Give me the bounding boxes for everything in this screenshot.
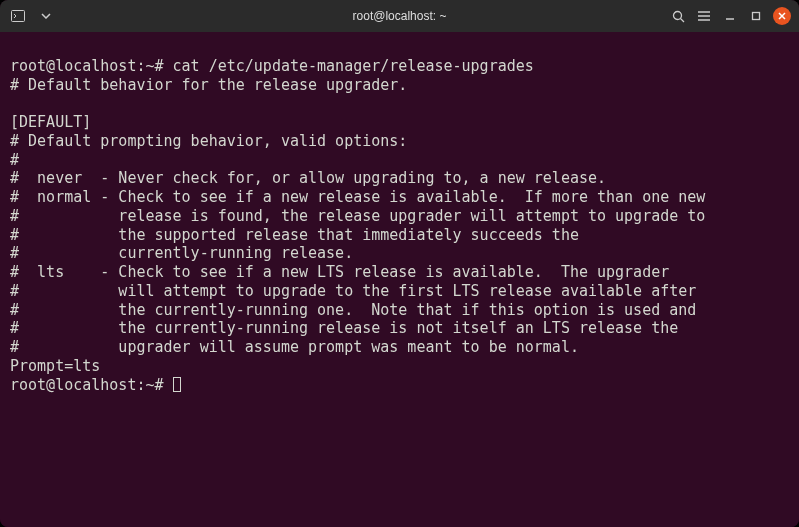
output-line: # Default prompting behavior, valid opti… xyxy=(10,132,407,150)
output-line: # will attempt to upgrade to the first L… xyxy=(10,282,696,300)
terminal-window: root@localhost: ~ root@localhost:~# cat … xyxy=(0,0,799,527)
output-line: # Default behavior for the release upgra… xyxy=(10,76,407,94)
new-tab-button[interactable] xyxy=(8,6,28,26)
output-line: # the currently-running release is not i… xyxy=(10,319,678,337)
svg-point-1 xyxy=(673,11,681,19)
maximize-button[interactable] xyxy=(747,7,765,25)
terminal-body[interactable]: root@localhost:~# cat /etc/update-manage… xyxy=(0,32,799,527)
output-line: # xyxy=(10,151,19,169)
close-icon xyxy=(778,12,786,20)
window-title: root@localhost: ~ xyxy=(353,9,447,23)
close-button[interactable] xyxy=(773,7,791,25)
output-line: # never - Never check for, or allow upgr… xyxy=(10,169,606,187)
cursor xyxy=(173,377,181,392)
output-line: [DEFAULT] xyxy=(10,113,91,131)
search-button[interactable] xyxy=(669,7,687,25)
output-line: # currently-running release. xyxy=(10,244,353,262)
titlebar-right-controls xyxy=(669,7,791,25)
chevron-down-icon xyxy=(41,13,51,19)
terminal-icon xyxy=(11,10,25,22)
svg-line-2 xyxy=(680,18,684,22)
maximize-icon xyxy=(751,11,761,21)
output-line: # normal - Check to see if a new release… xyxy=(10,188,705,206)
shell-prompt: root@localhost:~# xyxy=(10,57,164,75)
output-line: # release is found, the release upgrader… xyxy=(10,207,705,225)
output-line: # the supported release that immediately… xyxy=(10,226,579,244)
tab-dropdown-button[interactable] xyxy=(36,6,56,26)
output-line: # the currently-running one. Note that i… xyxy=(10,301,696,319)
minimize-icon xyxy=(725,11,735,21)
menu-button[interactable] xyxy=(695,7,713,25)
minimize-button[interactable] xyxy=(721,7,739,25)
output-line: # upgrader will assume prompt was meant … xyxy=(10,338,579,356)
titlebar: root@localhost: ~ xyxy=(0,0,799,32)
titlebar-left-controls xyxy=(8,6,56,26)
shell-prompt: root@localhost:~# xyxy=(10,376,164,394)
shell-command: cat /etc/update-manager/release-upgrades xyxy=(173,57,534,75)
hamburger-icon xyxy=(698,11,710,21)
svg-rect-7 xyxy=(753,13,760,20)
output-line: Prompt=lts xyxy=(10,357,100,375)
output-line: # lts - Check to see if a new LTS releas… xyxy=(10,263,669,281)
svg-rect-0 xyxy=(12,11,25,22)
search-icon xyxy=(672,10,685,23)
